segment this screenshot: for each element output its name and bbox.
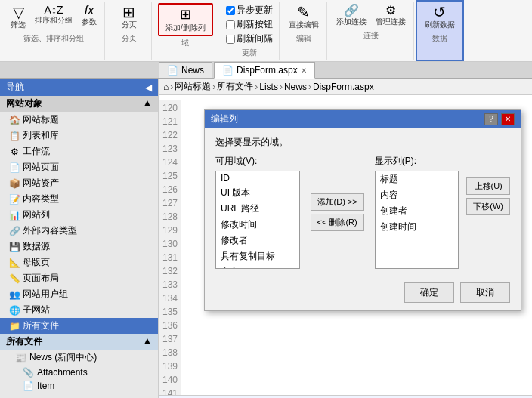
dispform-tab-label: DispForm.aspx: [237, 65, 298, 76]
edit-group-label: 编辑: [296, 33, 311, 44]
sidebar-item-label: 数据源: [23, 240, 50, 253]
sidebar-item-page-layouts[interactable]: 📏 页面布局: [0, 270, 158, 286]
dialog-mid-buttons: 添加(D) >> << 删除(R): [308, 155, 367, 269]
sidebar-child-item[interactable]: 📄 Item: [0, 379, 158, 393]
list-item[interactable]: 内容: [216, 264, 299, 269]
sidebar-item-label: 网站页面: [23, 161, 59, 174]
add-connect-btn[interactable]: 🔗 添加连接: [333, 3, 370, 29]
filter-btn[interactable]: ▽ 筛选: [8, 3, 29, 32]
sidebar-item-content-types[interactable]: 📝 内容类型: [0, 191, 158, 207]
available-label: 可用域(V):: [215, 155, 300, 168]
dialog-titlebar-buttons: ? ✕: [484, 113, 515, 125]
cancel-button[interactable]: 取消: [460, 282, 510, 303]
list-item[interactable]: 修改时间: [216, 217, 299, 233]
dispform-tab[interactable]: 📄 DispForm.aspx ✕: [214, 62, 315, 79]
display-listbox[interactable]: 标题 内容 创建者 创建时间: [375, 171, 459, 269]
update-group-label: 更新: [242, 48, 257, 58]
main-area: 导航 ◀ 网站对象 ▲ 🏠 网站标题 📋 列表和库 ⚙ 工作流 📄 网站页面 📦…: [0, 79, 532, 398]
dialog-title: 编辑列: [211, 113, 238, 125]
sidebar-item-lists-libraries[interactable]: 📋 列表和库: [0, 128, 158, 143]
add-button[interactable]: 添加(D) >>: [311, 193, 364, 211]
sidebar-item-workflow[interactable]: ⚙ 工作流: [0, 143, 158, 159]
list-item[interactable]: UI 版本: [216, 185, 299, 201]
manage-connect-btn[interactable]: ⚙ 管理连接: [373, 3, 409, 29]
sidebar-item-ext-content-types[interactable]: 🔗 外部内容类型: [0, 223, 158, 239]
params-icon: fx: [85, 5, 94, 17]
available-listbox[interactable]: ID UI 版本 URL 路径 修改时间 修改者 具有复制目标 内容 内容类型 …: [215, 171, 300, 269]
sidebar-item-label: 子网站: [23, 304, 50, 316]
sidebar-item-subsites[interactable]: 🌐 子网站: [0, 302, 158, 318]
list-item[interactable]: 内容: [376, 187, 459, 203]
sidebar-item-site-assets[interactable]: 📦 网站资产: [0, 175, 158, 191]
content-area: ⌂ › 网站标题 › 所有文件 › Lists › News › DispFor…: [159, 79, 532, 398]
move-down-button[interactable]: 下移(W): [466, 198, 510, 215]
sidebar-item-master-pages[interactable]: 📐 母版页: [0, 255, 158, 270]
data-sources-icon: 💾: [9, 242, 20, 252]
list-item[interactable]: 修改者: [216, 233, 299, 248]
ok-button[interactable]: 确定: [404, 282, 454, 303]
list-item[interactable]: 具有复制目标: [216, 248, 299, 264]
update-group: 异步更新 刷新按钮 刷新间隔 更新: [220, 2, 280, 60]
dialog-help-btn[interactable]: ?: [484, 113, 498, 125]
refresh-interval-cb[interactable]: [226, 35, 235, 44]
sidebar-collapse-icon[interactable]: ◀: [145, 82, 152, 93]
sidebar-item-data-sources[interactable]: 💾 数据源: [0, 239, 158, 255]
list-item[interactable]: ID: [216, 171, 299, 185]
sidebar-item-site-columns[interactable]: 📊 网站列: [0, 207, 158, 223]
list-item[interactable]: 创建者: [376, 203, 459, 219]
sidebar-item-user-groups[interactable]: 👥 网站用户组: [0, 286, 158, 302]
refresh-data-btn[interactable]: ↺ 刷新数据: [422, 3, 458, 32]
dispform-tab-close[interactable]: ✕: [301, 66, 307, 75]
filter-icon: ▽: [13, 5, 24, 20]
refresh-data-label: 刷新数据: [425, 20, 455, 30]
workflow-icon: ⚙: [9, 147, 20, 157]
list-item[interactable]: URL 路径: [216, 201, 299, 217]
insert-page-btn[interactable]: ⊞ 分页: [119, 3, 140, 32]
sidebar-section-collapse-icon[interactable]: ▲: [143, 97, 152, 110]
sort-group-btn[interactable]: A↕Z 排序和分组: [32, 3, 76, 32]
sidebar-child-attachments[interactable]: 📎 Attachments: [0, 366, 158, 379]
sidebar-item-all-files[interactable]: 📁 所有文件: [0, 318, 158, 334]
sidebar: 导航 ◀ 网站对象 ▲ 🏠 网站标题 📋 列表和库 ⚙ 工作流 📄 网站页面 📦…: [0, 79, 159, 398]
sidebar-item-label: 工作流: [23, 145, 50, 158]
sidebar-item-site-pages[interactable]: 📄 网站页面: [0, 159, 158, 175]
add-delete-col-btn[interactable]: ⊞ 添加/删除列: [158, 3, 213, 36]
dialog-close-btn[interactable]: ✕: [501, 113, 515, 125]
sidebar-item-label: 母版页: [23, 256, 50, 269]
sidebar-item-label: 列表和库: [23, 129, 59, 142]
add-connect-icon: 🔗: [344, 5, 359, 17]
sidebar-item-site-title[interactable]: 🏠 网站标题: [0, 112, 158, 128]
move-up-button[interactable]: 上移(U): [466, 177, 510, 195]
display-label: 显示列(P):: [375, 155, 459, 168]
async-update-cb[interactable]: [226, 6, 235, 15]
refresh-interval-cb-label[interactable]: 刷新间隔: [224, 32, 274, 46]
available-col: 可用域(V): ID UI 版本 URL 路径 修改时间 修改者 具有复制目标 …: [215, 155, 300, 269]
page-group: ⊞ 分页 分页: [107, 2, 152, 60]
sidebar-subsection-collapse-icon[interactable]: ▲: [143, 335, 152, 348]
sidebar-child-label: Item: [37, 381, 54, 391]
refresh-btn-cb-label[interactable]: 刷新按钮: [224, 17, 274, 32]
sidebar-child-news[interactable]: 📰 News (新闻中心): [0, 350, 158, 366]
sidebar-item-label: 页面布局: [23, 272, 59, 285]
sidebar-section-title: 网站对象 ▲: [0, 96, 158, 112]
site-pages-icon: 📄: [9, 162, 20, 173]
content-types-icon: 📝: [9, 194, 20, 205]
manage-connect-icon: ⚙: [385, 5, 396, 17]
data-group-label: 数据: [432, 33, 447, 44]
filter-label: 筛选: [11, 20, 26, 30]
sidebar-header-label: 导航: [6, 81, 24, 94]
tabs-bar: 📄 News 📄 DispForm.aspx ✕: [0, 62, 532, 79]
dispform-tab-icon: 📄: [222, 65, 234, 76]
sidebar-item-label: 内容类型: [23, 193, 59, 205]
news-folder-icon: 📰: [15, 353, 26, 363]
async-update-cb-label[interactable]: 异步更新: [224, 3, 274, 17]
params-btn[interactable]: fx 参数: [79, 3, 100, 32]
lists-icon: 📋: [9, 131, 20, 141]
list-item[interactable]: 创建时间: [376, 219, 459, 235]
refresh-btn-cb[interactable]: [226, 20, 235, 29]
remove-button[interactable]: << 删除(R): [311, 214, 364, 231]
direct-edit-btn[interactable]: ✎ 直接编辑: [286, 3, 322, 32]
sidebar-child-label: Attachments: [37, 367, 88, 378]
list-item[interactable]: 标题: [376, 171, 459, 187]
news-tab[interactable]: 📄 News: [159, 62, 212, 78]
